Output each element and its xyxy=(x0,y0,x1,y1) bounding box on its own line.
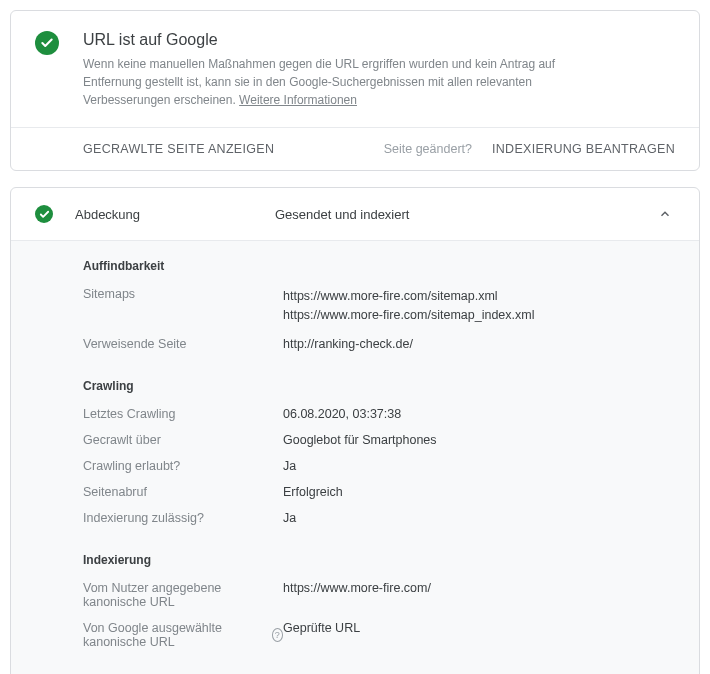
coverage-header[interactable]: Abdeckung Gesendet und indexiert xyxy=(11,188,699,240)
row-page-fetch: Seitenabruf Erfolgreich xyxy=(83,485,675,499)
label-indexing-allowed: Indexierung zulässig? xyxy=(83,511,283,525)
value-user-canonical: https://www.more-fire.com/ xyxy=(283,581,675,595)
row-referrer: Verweisende Seite http://ranking-check.d… xyxy=(83,337,675,351)
coverage-body: Auffindbarkeit Sitemaps https://www.more… xyxy=(11,240,699,674)
row-indexing-allowed: Indexierung zulässig? Ja xyxy=(83,511,675,525)
value-crawled-as: Googlebot für Smartphones xyxy=(283,433,675,447)
value-last-crawl: 06.08.2020, 03:37:38 xyxy=(283,407,675,421)
value-sitemaps: https://www.more-fire.com/sitemap.xml ht… xyxy=(283,287,675,325)
section-discovery-title: Auffindbarkeit xyxy=(83,259,675,273)
label-referrer: Verweisende Seite xyxy=(83,337,283,351)
value-page-fetch: Erfolgreich xyxy=(283,485,675,499)
value-google-canonical: Geprüfte URL xyxy=(283,621,675,635)
page-changed-label: Seite geändert? xyxy=(384,142,472,156)
status-header: URL ist auf Google Wenn keine manuellen … xyxy=(11,11,699,127)
more-info-link[interactable]: Weitere Informationen xyxy=(239,93,357,107)
check-icon xyxy=(35,31,59,55)
label-crawled-as: Gecrawlt über xyxy=(83,433,283,447)
check-icon xyxy=(35,205,53,223)
label-google-canonical: Von Google ausgewählte kanonische URL ? xyxy=(83,621,283,649)
row-sitemaps: Sitemaps https://www.more-fire.com/sitem… xyxy=(83,287,675,325)
help-icon[interactable]: ? xyxy=(272,628,283,642)
label-user-canonical: Vom Nutzer angegebene kanonische URL xyxy=(83,581,283,609)
status-card: URL ist auf Google Wenn keine manuellen … xyxy=(10,10,700,171)
value-referrer: http://ranking-check.de/ xyxy=(283,337,675,351)
row-user-canonical: Vom Nutzer angegebene kanonische URL htt… xyxy=(83,581,675,609)
section-indexing-title: Indexierung xyxy=(83,553,675,567)
request-indexing-button[interactable]: INDEXIERUNG BEANTRAGEN xyxy=(492,142,675,156)
label-crawl-allowed: Crawling erlaubt? xyxy=(83,459,283,473)
value-crawl-allowed: Ja xyxy=(283,459,675,473)
section-crawling-title: Crawling xyxy=(83,379,675,393)
row-crawl-allowed: Crawling erlaubt? Ja xyxy=(83,459,675,473)
coverage-card: Abdeckung Gesendet und indexiert Auffind… xyxy=(10,187,700,674)
label-last-crawl: Letztes Crawling xyxy=(83,407,283,421)
coverage-status: Gesendet und indexiert xyxy=(275,207,655,222)
row-last-crawl: Letztes Crawling 06.08.2020, 03:37:38 xyxy=(83,407,675,421)
row-google-canonical: Von Google ausgewählte kanonische URL ? … xyxy=(83,621,675,649)
chevron-up-icon xyxy=(655,204,675,224)
status-actions: GECRAWLTE SEITE ANZEIGEN Seite geändert?… xyxy=(11,127,699,170)
status-title: URL ist auf Google xyxy=(83,31,563,49)
label-sitemaps: Sitemaps xyxy=(83,287,283,301)
status-description: Wenn keine manuellen Maßnahmen gegen die… xyxy=(83,55,563,109)
row-crawled-as: Gecrawlt über Googlebot für Smartphones xyxy=(83,433,675,447)
label-page-fetch: Seitenabruf xyxy=(83,485,283,499)
view-crawled-button[interactable]: GECRAWLTE SEITE ANZEIGEN xyxy=(83,142,274,156)
coverage-label: Abdeckung xyxy=(75,207,275,222)
value-indexing-allowed: Ja xyxy=(283,511,675,525)
